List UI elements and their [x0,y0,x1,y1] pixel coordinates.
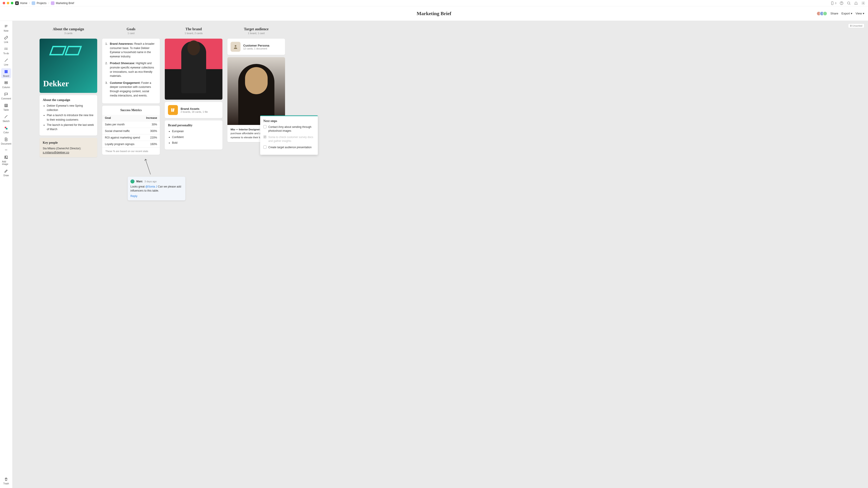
card-title: Next steps [264,119,315,123]
assets-icon [168,105,178,115]
checkbox-icon[interactable] [264,125,267,128]
page-title: Marketing Brief [416,11,451,17]
export-dropdown[interactable]: Export ▾ [841,12,852,15]
table-note: These % are based on our recent stats [102,148,160,155]
image-icon [4,155,8,160]
comment-arrow-icon [144,159,153,175]
tool-line[interactable]: Line [1,57,11,67]
note-icon [4,24,8,29]
breadcrumb: M Home / Projects / Marketing Brief [15,1,74,5]
card-brand-photo[interactable] [165,39,222,100]
email-link[interactable]: s.milano@dekker.co [43,151,69,154]
tool-add-image[interactable]: Add image [1,154,11,166]
card-title: Key people [43,141,94,144]
mention[interactable]: @Sonia J [145,185,157,188]
about-bullets: Dekker Eyewear's new Spring collection P… [43,104,94,131]
view-dropdown[interactable]: View ▾ [856,12,864,15]
list-item: The launch is planned for the last week … [47,123,94,131]
svg-point-3 [847,2,850,4]
card-success-metrics[interactable]: Success Metrics Goal Increase Sales per … [102,106,160,155]
task-item[interactable]: Contact Amy about sending through photos… [264,125,315,133]
comment-author: Marc [136,180,143,183]
sketch-icon [4,114,8,119]
checkbox-checked-icon[interactable]: ✓ [264,135,267,138]
minimize-window-icon[interactable] [7,2,9,4]
todo-icon [4,46,8,52]
tool-board[interactable]: Board [1,68,11,78]
share-button[interactable]: Share [831,12,838,15]
goal-item: 1. Brand Awareness: Reach a broader cons… [105,42,157,59]
chevron-down-icon: ▾ [863,12,864,15]
reply-button[interactable]: Reply [130,195,183,198]
card-next-steps[interactable]: Next steps Contact Amy about sending thr… [260,116,318,155]
table-row: ROI against marketing spend220% [102,134,160,141]
board-name: Customer Persona [243,44,270,47]
unsorted-badge[interactable]: 0 Unsorted [848,24,864,28]
page-header: Marketing Brief Share Export ▾ View ▾ [0,6,868,21]
audience-model-image [227,57,285,125]
search-icon[interactable] [847,1,851,5]
table-row: Loyalty program signups160% [102,141,160,148]
board-canvas[interactable]: 0 Unsorted About the campaign 3 cards De… [12,21,868,488]
folder-icon [32,1,35,5]
comment-bubble[interactable]: Marc 3 days ago Looks great @Sonia J Can… [128,177,185,200]
brand-logo-text: Dekker [39,79,69,93]
task-item[interactable]: ✓ Sonia to check customer survey docs an… [264,135,315,143]
avatar [130,180,134,184]
help-icon[interactable] [839,1,844,5]
column-icon [4,80,8,86]
column-header[interactable]: The brand 1 board, 2 cards [165,26,222,36]
checkbox-icon[interactable] [264,145,267,149]
tool-table[interactable]: Table [1,102,11,112]
card-brand-assets-board[interactable]: Brand Assets 2 boards, 18 cards, 1 file [165,102,222,118]
tool-document[interactable]: Document [1,136,11,146]
device-badge[interactable]: 0 [830,1,836,5]
svg-rect-7 [5,72,6,73]
task-item[interactable]: Create target audience presentation [264,145,315,149]
gear-icon[interactable] [861,1,865,5]
tool-todo[interactable]: To-do [1,46,11,56]
chevron-down-icon: ▾ [851,12,852,15]
bell-icon[interactable] [854,1,858,5]
column-header[interactable]: Target audience 1 board, 1 card [227,26,285,36]
persona-icon [230,42,241,52]
breadcrumb-projects[interactable]: Projects [32,1,46,5]
svg-point-15 [5,156,6,157]
card-key-people[interactable]: Key people Sia Milano (Owner/Art Directo… [39,138,97,157]
tool-link[interactable]: Link [1,34,11,44]
column-header[interactable]: About the campaign 3 cards [39,26,97,36]
tool-sidebar: Note Link To-do Line Board Column Commen… [0,21,12,488]
card-about-campaign[interactable]: About the campaign Dekker Eyewear's new … [39,95,97,135]
tool-draw[interactable]: Draw [1,168,11,177]
board-meta: 12 cards, 1 document [243,47,270,50]
collaborator-avatars[interactable] [818,11,827,16]
maximize-window-icon[interactable] [11,2,13,4]
tool-column[interactable]: Column [1,79,11,90]
window-controls [3,2,13,4]
tool-note[interactable]: Note [1,23,11,33]
tool-color[interactable]: Color [1,125,11,135]
svg-rect-9 [5,82,7,83]
close-window-icon[interactable] [3,2,5,4]
breadcrumb-home[interactable]: M Home [15,1,27,5]
tool-trash[interactable]: Trash [1,476,11,486]
card-brand-personality[interactable]: Brand personality European Confident Bol… [165,121,222,150]
board-icon [4,69,8,74]
tool-comment[interactable]: Comment [1,91,11,101]
draw-icon [4,168,8,173]
breadcrumb-projects-label: Projects [37,2,46,5]
table-title: Success Metrics [102,106,160,115]
column-header[interactable]: Goals 1 card [102,26,160,36]
card-title: Brand personality [168,124,219,127]
tool-more[interactable]: ••• [4,147,9,153]
goal-item: 3. Customer Engagement: Foster a deeper … [105,81,157,98]
card-goals-list[interactable]: 1. Brand Awareness: Reach a broader cons… [102,39,160,103]
card-persona-board[interactable]: Customer Persona 12 cards, 1 document [227,39,285,55]
col-header-goal: Goal [102,115,143,121]
comment-icon [4,92,8,97]
breadcrumb-current[interactable]: Marketing Brief [51,1,74,5]
tool-sketch[interactable]: Sketch [1,113,11,123]
column-brand: The brand 1 board, 2 cards Brand As [165,26,222,157]
card-brand-image[interactable]: Dekker [39,39,97,93]
trash-icon [4,477,8,482]
